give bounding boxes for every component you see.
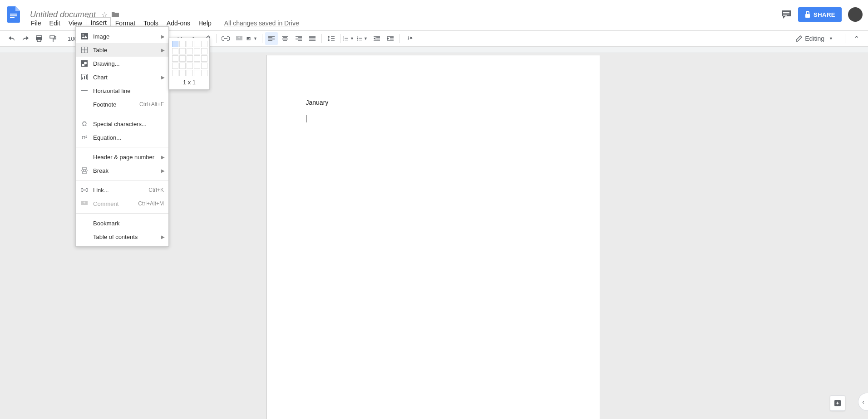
align-center-button[interactable] [279, 32, 291, 45]
submenu-arrow-icon: ▶ [161, 168, 165, 173]
table-cell[interactable] [179, 41, 186, 47]
table-cell[interactable] [187, 70, 193, 76]
align-right-button[interactable] [292, 32, 305, 45]
insert-footnote-item[interactable]: Footnote Ctrl+Alt+F [76, 97, 168, 111]
insert-horizontal-line-item[interactable]: Horizontal line [76, 84, 168, 97]
table-cell[interactable] [172, 48, 178, 54]
menu-separator [76, 147, 168, 147]
table-cell[interactable] [172, 63, 178, 69]
image-icon [80, 32, 89, 40]
insert-comment-item: + Comment Ctrl+Alt+M [76, 197, 168, 210]
menu-edit[interactable]: Edit [46, 18, 64, 29]
line-spacing-button[interactable] [325, 32, 337, 45]
table-cell[interactable] [187, 48, 193, 54]
table-cell[interactable] [179, 70, 186, 76]
insert-link-button[interactable] [219, 32, 232, 45]
editing-mode-label: Editing [805, 35, 824, 42]
break-icon [80, 166, 89, 175]
lock-icon [804, 11, 811, 18]
decrease-indent-button[interactable] [370, 32, 383, 45]
table-cell-1-1[interactable] [172, 41, 178, 47]
table-cell[interactable] [201, 41, 207, 47]
table-cell[interactable] [201, 55, 207, 62]
increase-indent-button[interactable] [384, 32, 397, 45]
paint-format-button[interactable] [46, 32, 59, 45]
table-icon [80, 46, 89, 54]
menu-separator [76, 114, 168, 114]
svg-rect-2 [10, 17, 15, 18]
insert-equation-item[interactable]: π² Equation... [76, 131, 168, 144]
docs-logo[interactable] [5, 6, 22, 23]
table-cell[interactable] [194, 63, 200, 69]
redo-button[interactable] [19, 32, 32, 45]
align-justify-button[interactable] [306, 32, 319, 45]
pi-icon: π² [80, 133, 89, 141]
svg-rect-67 [86, 75, 87, 79]
insert-table-of-contents-item[interactable]: Table of contents ▶ [76, 230, 168, 244]
text-cursor [306, 115, 306, 122]
table-cell[interactable] [201, 63, 207, 69]
menu-separator [76, 213, 168, 214]
submenu-arrow-icon: ▶ [161, 155, 165, 160]
insert-special-characters-item[interactable]: Ω Special characters... [76, 117, 168, 131]
document-page[interactable]: January [266, 55, 600, 419]
table-size-grid[interactable] [172, 41, 207, 76]
svg-rect-65 [82, 78, 83, 79]
insert-bookmark-item[interactable]: Bookmark [76, 216, 168, 230]
explore-icon [833, 399, 842, 407]
clear-formatting-button[interactable]: T [403, 32, 415, 45]
svg-rect-6 [805, 14, 810, 18]
undo-button[interactable] [5, 32, 18, 45]
explore-button[interactable] [830, 395, 845, 411]
comment-icon: + [80, 200, 89, 208]
table-cell[interactable] [172, 70, 178, 76]
svg-point-39 [357, 36, 358, 37]
numbered-list-button[interactable]: 123▼ [343, 32, 356, 45]
insert-chart-item[interactable]: Chart ▶ [76, 70, 168, 84]
submenu-arrow-icon: ▶ [161, 48, 165, 53]
bulleted-list-button[interactable]: ▼ [357, 32, 370, 45]
menu-file[interactable]: File [27, 18, 45, 29]
comments-button[interactable] [781, 10, 792, 19]
pencil-icon [796, 35, 802, 42]
svg-point-57 [83, 34, 84, 36]
submenu-arrow-icon: ▶ [161, 75, 165, 80]
menu-help[interactable]: Help [195, 18, 215, 29]
svg-rect-69 [83, 167, 86, 170]
insert-image-button[interactable]: ▼ [247, 32, 259, 45]
table-cell[interactable] [201, 48, 207, 54]
link-icon [80, 186, 89, 194]
svg-rect-4 [783, 14, 789, 15]
table-cell[interactable] [194, 70, 200, 76]
table-cell[interactable] [194, 48, 200, 54]
table-cell[interactable] [201, 70, 207, 76]
insert-header-page-number-item[interactable]: Header & page number ▶ [76, 150, 168, 164]
table-cell[interactable] [194, 41, 200, 47]
insert-break-item[interactable]: Break ▶ [76, 164, 168, 177]
insert-link-item[interactable]: Link... Ctrl+K [76, 183, 168, 197]
submenu-arrow-icon: ▶ [161, 234, 165, 239]
table-cell[interactable] [179, 48, 186, 54]
account-avatar[interactable] [848, 7, 863, 22]
table-size-submenu: 1 x 1 [169, 38, 210, 90]
insert-comment-button[interactable]: + [233, 32, 246, 45]
table-cell[interactable] [172, 55, 178, 62]
table-cell[interactable] [179, 63, 186, 69]
insert-table-item[interactable]: Table ▶ [76, 43, 168, 57]
svg-rect-10 [50, 36, 54, 38]
table-cell[interactable] [187, 63, 193, 69]
table-cell[interactable] [187, 41, 193, 47]
save-status[interactable]: All changes saved in Drive [224, 19, 299, 27]
print-button[interactable] [33, 32, 45, 45]
share-button[interactable]: SHARE [798, 7, 842, 22]
collapse-toolbar-button[interactable]: ⌃ [850, 32, 863, 45]
table-cell[interactable] [194, 55, 200, 62]
insert-drawing-item[interactable]: Drawing... [76, 57, 168, 70]
svg-rect-7 [37, 35, 41, 37]
svg-rect-1 [10, 15, 17, 16]
editing-mode-button[interactable]: Editing ▼ [790, 35, 840, 42]
table-cell[interactable] [187, 55, 193, 62]
table-cell[interactable] [179, 55, 186, 62]
align-left-button[interactable] [265, 32, 278, 45]
insert-image-item[interactable]: Image ▶ [76, 29, 168, 43]
